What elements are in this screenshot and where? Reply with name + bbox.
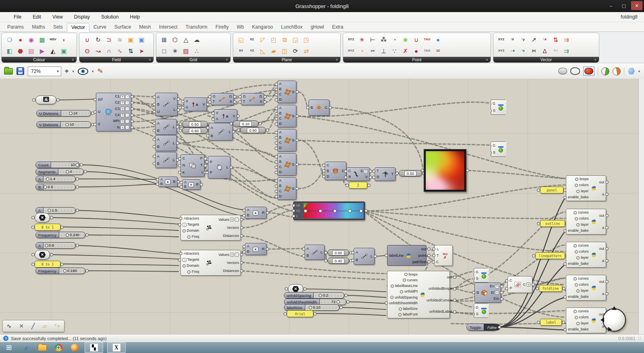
graft-tag[interactable]: Y	[495, 284, 499, 289]
chrome-icon[interactable]	[52, 343, 64, 353]
line-1[interactable]: ABL	[155, 119, 177, 135]
line-widget-icon[interactable]: ╱	[31, 323, 35, 329]
point-magnet-icon[interactable]: ∪	[411, 34, 422, 45]
app-window-button[interactable]: ▚	[85, 342, 103, 353]
input-P[interactable]: P	[210, 171, 212, 174]
plane-origin-icon[interactable]: ◱	[236, 34, 246, 45]
slider-knob[interactable]	[309, 306, 312, 309]
input-colors[interactable]: colors	[579, 316, 589, 319]
field-map-blue-icon[interactable]: ▣	[137, 34, 147, 45]
input-A[interactable]: A	[160, 178, 163, 181]
graft-tag[interactable]: Y	[120, 95, 124, 99]
slider-knob[interactable]	[66, 170, 69, 173]
slider-knob[interactable]	[66, 123, 69, 126]
slider-frequency-2[interactable]: Frequency0.180	[35, 268, 85, 274]
colour-cube-icon[interactable]: ◧	[4, 46, 15, 56]
rotate-plane-icon[interactable]: ⟳	[290, 46, 301, 56]
magnet-pair-icon[interactable]: ∩	[104, 46, 114, 56]
output-N[interactable]: NY↑	[117, 125, 130, 129]
output-C1[interactable]: C1Y↑	[115, 95, 129, 99]
capsule-050c[interactable]: 0.50	[399, 170, 422, 176]
output-L[interactable]: L	[173, 158, 175, 162]
input-G[interactable]: G	[493, 102, 495, 106]
slider-track[interactable]: 10	[51, 162, 79, 168]
input-C[interactable]: C	[279, 141, 282, 145]
input-A[interactable]: A	[279, 179, 282, 183]
input-C[interactable]: C	[279, 93, 282, 96]
input-D[interactable]: D	[279, 122, 282, 126]
input-C[interactable]: C	[279, 189, 282, 193]
capsule-value[interactable]: 0.50	[189, 122, 201, 127]
menu-file[interactable]: File	[8, 14, 27, 20]
distance-icon[interactable]: ⊢	[368, 34, 378, 45]
input-Attractors[interactable]: Attractors	[184, 252, 199, 255]
input-T[interactable]: T	[243, 100, 245, 104]
slider-track[interactable]: 0.2	[314, 293, 344, 298]
brep-join[interactable]: BC	[309, 100, 329, 116]
grid-radial-icon[interactable]: ✳	[170, 46, 180, 56]
input-A[interactable]: A	[157, 122, 159, 125]
point-uv-icon[interactable]: uv	[368, 46, 378, 56]
zoom-extents-button[interactable]: ⌖	[65, 67, 69, 75]
input-A[interactable]: A	[157, 96, 159, 99]
point-blob-icon[interactable]: ●	[411, 46, 422, 56]
slider-u-divisions[interactable]: U Divisions24	[36, 110, 91, 116]
capsule-050b[interactable]: 0.50	[182, 127, 208, 134]
input-curves[interactable]: curves	[407, 278, 418, 282]
input-U[interactable]: U	[98, 110, 101, 114]
input-A[interactable]: A	[211, 126, 213, 130]
panel-linepattern[interactable]: linepattern	[535, 252, 565, 259]
slider-knob[interactable]	[46, 177, 49, 181]
input-V[interactable]: V	[98, 123, 100, 126]
wireframe-preview-button[interactable]	[570, 67, 580, 75]
simplify-tag[interactable]: ↑	[125, 113, 129, 117]
line-2[interactable]: ABL	[209, 123, 233, 141]
point-cloud-icon[interactable]: ☁	[192, 34, 202, 45]
input-D[interactable]: D	[279, 170, 282, 174]
gradient-grip[interactable]	[348, 209, 352, 213]
slider-knob[interactable]	[48, 209, 51, 212]
save-file-button[interactable]	[17, 67, 24, 75]
point-polar-icon[interactable]: ◔	[357, 46, 367, 56]
surface-param[interactable]	[35, 96, 56, 104]
magnet-line-icon[interactable]: ∪	[82, 34, 93, 45]
input-T[interactable]: T	[377, 169, 379, 173]
input-A[interactable]: A	[247, 245, 249, 248]
input-A[interactable]: A	[186, 106, 188, 109]
output-Distances[interactable]: Distances	[223, 269, 239, 273]
panel-label[interactable]: label	[540, 319, 562, 326]
input-P[interactable]: P	[210, 160, 212, 164]
output-X[interactable]: X	[260, 100, 262, 104]
frames-node[interactable]: CNKPTt	[180, 154, 205, 177]
input-C[interactable]: C	[182, 157, 185, 160]
output-out[interactable]: out	[599, 247, 604, 251]
folder-icon[interactable]	[36, 343, 48, 353]
input-C[interactable]: C	[436, 260, 439, 264]
graft-tag[interactable]: Y	[230, 218, 234, 222]
input-Targets[interactable]: ↓Targets	[182, 223, 199, 227]
output-T[interactable]: T	[201, 164, 203, 167]
plane-offset-icon[interactable]: ⧉	[280, 34, 290, 45]
input-R[interactable]: R	[348, 175, 351, 179]
output-a[interactable]: a	[602, 193, 604, 196]
grid-triangular-icon[interactable]: △	[181, 34, 191, 45]
output-R[interactable]: R	[196, 183, 199, 187]
input-B[interactable]: B	[356, 258, 358, 262]
slider-track[interactable]: 10	[61, 122, 91, 127]
tab-intersect[interactable]: Intersect	[155, 23, 182, 31]
slider-track[interactable]: 72	[320, 299, 346, 305]
hue-triangle-icon[interactable]: ▶	[37, 46, 48, 56]
panel-0to1-1[interactable]: 0 to 1	[35, 224, 60, 230]
slider-knob[interactable]	[69, 112, 72, 115]
input-B[interactable]: B	[279, 136, 282, 139]
output-V[interactable]: V	[173, 97, 176, 101]
input-B[interactable]: B	[211, 134, 213, 138]
input-C[interactable]: C	[327, 164, 329, 167]
input-curves[interactable]: curves	[578, 309, 589, 313]
capsule-value[interactable]: 0.50	[404, 171, 417, 176]
simplify-tag[interactable]: ↑	[125, 119, 129, 123]
surface-4pt-2[interactable]: ABCDS	[277, 105, 296, 127]
output-L[interactable]: L	[229, 130, 231, 134]
input-P[interactable]: P	[509, 287, 512, 290]
input-unfoldSheetWidth[interactable]: unfoldSheetWidth	[389, 301, 418, 305]
